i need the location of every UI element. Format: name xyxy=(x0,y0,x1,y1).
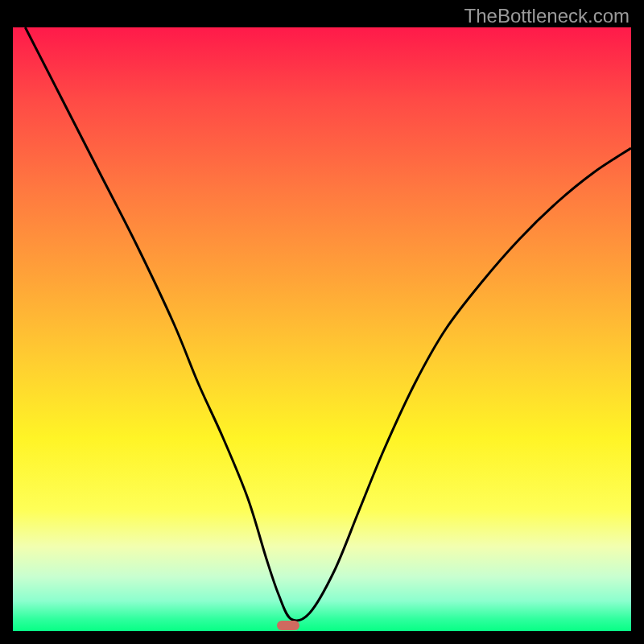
watermark-text: TheBottleneck.com xyxy=(464,5,630,27)
plot-area xyxy=(13,27,631,631)
curve-svg xyxy=(13,27,631,631)
bottleneck-curve xyxy=(25,27,631,621)
optimum-marker xyxy=(277,621,299,630)
chart-container: TheBottleneck.com xyxy=(0,0,644,644)
